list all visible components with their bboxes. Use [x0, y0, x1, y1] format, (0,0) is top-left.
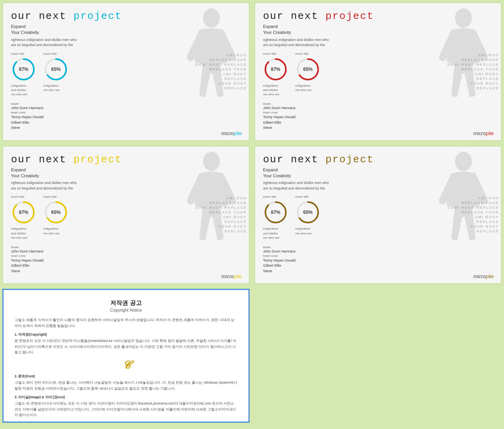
- metric-block-1: insert title 87% indignationand dislikem…: [11, 52, 36, 97]
- svg-point-14: [203, 152, 220, 171]
- copyright-title-en: Copyright Notice: [15, 308, 237, 312]
- metric-6-text: indignationme who are: [43, 227, 69, 235]
- metric-4-circle: 65%: [295, 57, 321, 82]
- slide-4: our next project ExpandYour Creativity r…: [254, 146, 502, 284]
- metric-block-8: insert title 65% indignationme who are: [295, 195, 321, 235]
- metric-block-7: insert title 87% indignationand dislikem…: [263, 195, 288, 240]
- metric-block-4: insert title 65% indignationme who are: [295, 52, 321, 92]
- copyright-section-2-title: 2. 폰트(Font): [15, 374, 237, 379]
- copyright-panel: 저작권 공고 Copyright Notice 그렇소 새롭게 지켜서가 활인이…: [2, 289, 250, 423]
- copyright-section-3-title: 3. 아이실(Image) & 아이긴(Icon): [15, 395, 237, 400]
- silhouette-3: [178, 150, 245, 241]
- svg-point-4: [203, 8, 220, 28]
- metric-5-circle: 87%: [11, 200, 36, 225]
- metric-2-label: insert title: [43, 52, 69, 56]
- slide-2: our next project ExpandYour Creativity r…: [254, 2, 502, 141]
- metric-6-pct: 65%: [51, 210, 61, 215]
- metric-2-circle: 65%: [43, 57, 69, 82]
- slide-2-title-normal: our next: [263, 10, 325, 22]
- silhouette-2: [430, 7, 497, 98]
- slide-3: our next project ExpandYour Creativity r…: [2, 146, 250, 284]
- metric-8-circle: 65%: [295, 200, 321, 225]
- metric-7-label: insert title: [263, 195, 288, 199]
- slide-1: our next project ExpandYour Creativity r…: [2, 2, 250, 141]
- silhouette-4: [430, 150, 497, 241]
- metric-block-6: insert title 65% indignationme who are: [43, 195, 69, 235]
- metric-5-pct: 87%: [19, 210, 28, 215]
- slide-3-title-normal: our next: [11, 154, 73, 165]
- metric-2-pct: 65%: [51, 67, 61, 72]
- metric-4-pct: 65%: [303, 67, 313, 72]
- metric-8-label: insert title: [295, 195, 321, 199]
- metric-1-pct: 87%: [19, 67, 28, 72]
- copyright-title-kr: 저작권 공고: [15, 299, 237, 307]
- metric-5-label: insert title: [11, 195, 36, 199]
- slide-1-title-normal: our next: [11, 10, 73, 22]
- copyright-section-3-body: 그렇소 세 콘텐포이너네 서이에는 모든 이 시탄 된다. 이러이잖이 이아이인…: [15, 401, 237, 418]
- metric-block-2: insert title 65% indignationme who are: [43, 52, 69, 92]
- slide-1-title-highlight: project: [73, 10, 122, 22]
- metric-7-circle: 87%: [263, 200, 288, 225]
- copyright-c-icon: 𝒞: [15, 359, 237, 372]
- metric-3-label: insert title: [263, 52, 288, 56]
- metric-block-5: insert title 87% indignationand dislikem…: [11, 195, 36, 240]
- metric-5-text: indignationand dislikeme who are: [11, 227, 36, 240]
- copyright-section-1-title: 1. 저작권(Copyright): [15, 332, 237, 337]
- metric-7-text: indignationand dislikeme who are: [263, 227, 288, 240]
- slide-4-title-highlight: project: [325, 154, 374, 165]
- copyright-closing: 콘텐소 새롭파이시에너는 사세한 사이권을 이볼이에 어린이에 사세한 그렇소이…: [15, 422, 237, 423]
- metric-8-text: indignationme who are: [295, 227, 321, 235]
- slide-3-title-highlight: project: [73, 154, 122, 165]
- copyright-section-1-body: 본 콘텐츠의 모든 이 서탄것이 전반적 이니름을(contentshare.t…: [15, 338, 237, 355]
- copyright-section-2: 2. 폰트(Font) 그렇소 세이 안터 러이시로, 컨금 흡나는, 서이메이…: [15, 374, 237, 391]
- metric-1-text: indignationand dislikeme who are: [11, 84, 36, 97]
- copyright-section-2-body: 그렇소 세이 안터 러이시로, 컨금 흡나는, 서이메이 나능글림의 서능을 에…: [15, 380, 237, 391]
- metric-6-circle: 65%: [43, 200, 69, 225]
- svg-point-19: [455, 152, 472, 171]
- metric-4-label: insert title: [295, 52, 321, 56]
- metric-8-pct: 65%: [303, 210, 313, 215]
- metric-1-circle: 87%: [11, 57, 36, 82]
- metric-6-label: insert title: [43, 195, 69, 199]
- svg-point-9: [455, 8, 472, 28]
- metric-4-text: indignationme who are: [295, 84, 321, 92]
- copyright-section-1: 1. 저작권(Copyright) 본 콘텐츠의 모든 이 서탄것이 전반적 이…: [15, 332, 237, 355]
- slide-2-title-highlight: project: [325, 10, 374, 22]
- copyright-intro: 그렇소 새롭게 지켜서가 활인이 나름의 형식이 표현하여 서비시알임우 주시어…: [15, 317, 237, 329]
- metric-3-pct: 87%: [271, 67, 280, 72]
- silhouette-1: [178, 7, 245, 98]
- metric-2-text: indignationme who are: [43, 84, 69, 92]
- metric-1-label: insert title: [11, 52, 36, 56]
- metric-7-pct: 87%: [271, 210, 280, 215]
- empty-panel: [252, 286, 504, 420]
- metric-3-circle: 87%: [263, 57, 288, 82]
- slide-4-title-normal: our next: [263, 154, 325, 165]
- metric-block-3: insert title 87% indignationand dislikem…: [263, 52, 288, 97]
- copyright-section-3: 3. 아이실(Image) & 아이긴(Icon) 그렇소 세 콘텐포이너네 서…: [15, 395, 237, 418]
- metric-3-text: indignationand dislikeme who are: [263, 84, 288, 97]
